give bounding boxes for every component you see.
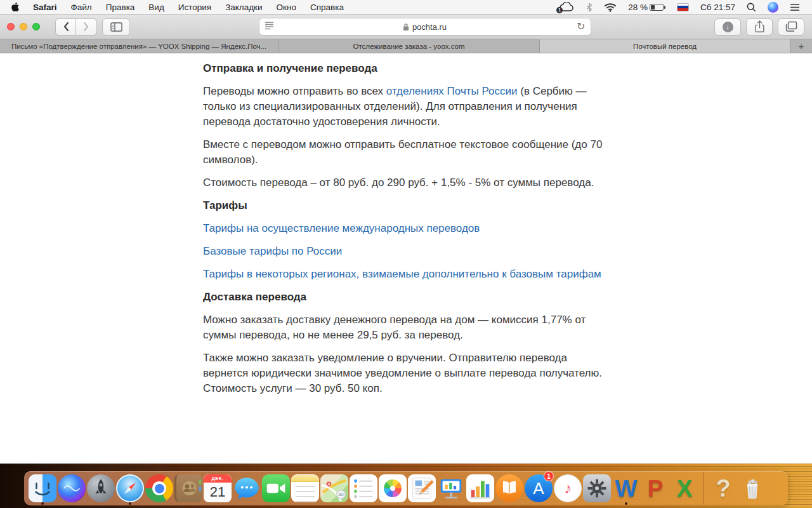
dock-item-contacts[interactable] bbox=[174, 471, 203, 505]
wifi-icon[interactable] bbox=[598, 0, 622, 14]
close-button[interactable] bbox=[7, 23, 15, 30]
reload-icon[interactable]: ↻ bbox=[577, 22, 585, 32]
menu-item-3[interactable]: Вид bbox=[141, 3, 171, 12]
dock-item-siri[interactable] bbox=[57, 471, 86, 505]
content-link[interactable]: Тарифы на осуществление международных пе… bbox=[203, 222, 480, 234]
menu-item-4[interactable]: История bbox=[171, 3, 218, 12]
dock-item-facetime[interactable] bbox=[261, 471, 291, 505]
content-link[interactable]: Тарифы в некоторых регионах, взимаемые д… bbox=[203, 268, 601, 280]
itunes-icon: ♪ bbox=[554, 474, 582, 502]
paragraph: Стоимость перевода – от 80 руб. до 290 р… bbox=[203, 175, 612, 190]
dock-item-trash[interactable] bbox=[738, 471, 767, 505]
running-indicator bbox=[625, 502, 627, 505]
dock-item-excel[interactable]: X bbox=[670, 471, 699, 505]
dock-item-reminders[interactable] bbox=[349, 471, 378, 505]
back-button[interactable] bbox=[55, 18, 76, 36]
dock-item-notes[interactable] bbox=[291, 471, 320, 505]
dock-item-word[interactable]: W bbox=[612, 471, 641, 505]
powerpoint-icon: P bbox=[641, 474, 669, 502]
dock-item-ibooks[interactable] bbox=[495, 471, 524, 505]
text: Переводы можно отправить во всех bbox=[203, 85, 386, 97]
russian-flag-icon bbox=[677, 3, 689, 11]
paragraph: Можно заказать доставку денежного перево… bbox=[203, 312, 612, 343]
menu-item-1[interactable]: Файл bbox=[64, 3, 99, 12]
dock-item-help[interactable]: ? bbox=[709, 471, 738, 505]
running-indicator bbox=[129, 502, 131, 505]
photos-icon bbox=[379, 474, 407, 502]
menu-item-2[interactable]: Правка bbox=[99, 3, 142, 12]
share-button[interactable] bbox=[746, 18, 773, 36]
menu-item-7[interactable]: Справка bbox=[303, 3, 351, 12]
help-icon: ? bbox=[709, 474, 737, 502]
dock-item-safari[interactable] bbox=[115, 471, 145, 505]
dock-item-photos[interactable] bbox=[378, 471, 407, 505]
dock-item-launchpad[interactable] bbox=[86, 471, 115, 505]
screen: SafariФайлПравкаВидИсторияЗакладкиОкноСп… bbox=[0, 0, 812, 508]
menu-items: SafariФайлПравкаВидИсторияЗакладкиОкноСп… bbox=[26, 0, 351, 15]
menu-bar-status: 1 28 % Сб 21:57 bbox=[554, 0, 812, 14]
dock-item-calendar[interactable]: ДЕК.21 bbox=[203, 471, 232, 505]
tab-label: Отслеживание заказа - yoox.com bbox=[346, 43, 473, 50]
reader-view-icon[interactable] bbox=[265, 21, 274, 32]
tab-1[interactable]: Письмо «Подтверждение отправления» — YOO… bbox=[0, 39, 278, 53]
cloud-status-icon[interactable]: 1 bbox=[554, 0, 580, 14]
content-heading: Тарифы bbox=[203, 198, 612, 213]
tabs: Письмо «Подтверждение отправления» — YOO… bbox=[0, 39, 790, 53]
dock-item-messages[interactable] bbox=[232, 471, 261, 505]
downloads-button[interactable]: ↓ bbox=[714, 18, 741, 36]
tab-label: Письмо «Подтверждение отправления» — YOO… bbox=[4, 43, 274, 50]
url-text-wrap: pochta.ru bbox=[259, 22, 591, 32]
spotlight-icon[interactable] bbox=[741, 0, 762, 14]
dock-item-finder[interactable] bbox=[28, 471, 57, 505]
dock-item-maps[interactable]: A3D bbox=[320, 471, 349, 505]
tab-bar: Письмо «Подтверждение отправления» — YOO… bbox=[0, 39, 812, 53]
menu-item-6[interactable]: Окно bbox=[270, 3, 303, 12]
dock-item-itunes[interactable]: ♪ bbox=[553, 471, 582, 505]
dock-item-keynote[interactable] bbox=[436, 471, 466, 505]
address-bar[interactable]: pochta.ru ↻ bbox=[259, 18, 591, 36]
paragraph: Тарифы на осуществление международных пе… bbox=[203, 221, 612, 236]
trash-icon bbox=[738, 474, 766, 502]
content-link[interactable]: отделениях Почты России bbox=[386, 85, 518, 97]
battery-percentage: 28 % bbox=[628, 3, 648, 12]
dock-item-sysprefs[interactable] bbox=[582, 471, 612, 505]
apple-menu-icon[interactable] bbox=[0, 2, 26, 12]
dock-item-numbers[interactable] bbox=[466, 471, 495, 505]
dock-item-chrome[interactable] bbox=[145, 471, 174, 505]
notification-center-icon[interactable] bbox=[784, 0, 806, 14]
sidebar-toggle-button[interactable] bbox=[102, 18, 130, 36]
text: Вместе с переводом можно отправить беспл… bbox=[203, 138, 602, 166]
sysprefs-icon bbox=[583, 474, 611, 502]
dock-item-appstore[interactable]: A1 bbox=[524, 471, 553, 505]
new-tab-button[interactable]: + bbox=[790, 39, 812, 53]
nav-buttons bbox=[55, 18, 97, 36]
chrome-icon bbox=[145, 474, 173, 502]
menu-item-5[interactable]: Закладки bbox=[218, 3, 269, 12]
text: Можно заказать доставку денежного перево… bbox=[203, 314, 586, 341]
safari-icon bbox=[116, 474, 144, 502]
keynote-icon bbox=[437, 474, 465, 502]
forward-button[interactable] bbox=[76, 18, 97, 36]
dock-item-powerpoint[interactable]: P bbox=[641, 471, 670, 505]
siri-icon[interactable] bbox=[762, 0, 784, 14]
menu-bar-clock[interactable]: Сб 21:57 bbox=[695, 3, 741, 12]
zoom-button[interactable] bbox=[32, 23, 40, 30]
tab-overview-button[interactable] bbox=[778, 18, 804, 36]
battery-status[interactable]: 28 % bbox=[622, 0, 671, 14]
tab-2[interactable]: Отслеживание заказа - yoox.com bbox=[278, 39, 540, 53]
bluetooth-icon[interactable] bbox=[580, 0, 598, 14]
text: Также можно заказать уведомление о вруче… bbox=[203, 352, 602, 394]
keyboard-layout-flag[interactable] bbox=[671, 0, 695, 14]
contacts-icon bbox=[174, 474, 202, 502]
dock-item-pages[interactable] bbox=[407, 471, 436, 505]
menu-bar: SafariФайлПравкаВидИсторияЗакладкиОкноСп… bbox=[0, 0, 812, 15]
content-link[interactable]: Базовые тарифы по России bbox=[203, 245, 342, 257]
maps-icon: A3D bbox=[320, 474, 348, 502]
paragraph: Вместе с переводом можно отправить беспл… bbox=[203, 137, 612, 168]
menu-bar-left: SafariФайлПравкаВидИсторияЗакладкиОкноСп… bbox=[0, 0, 351, 14]
calendar-icon: ДЕК.21 bbox=[204, 474, 232, 502]
minimize-button[interactable] bbox=[20, 23, 27, 30]
menu-item-app[interactable]: Safari bbox=[26, 3, 64, 12]
pages-icon bbox=[408, 474, 436, 502]
tab-3[interactable]: Почтовый перевод bbox=[540, 39, 790, 53]
